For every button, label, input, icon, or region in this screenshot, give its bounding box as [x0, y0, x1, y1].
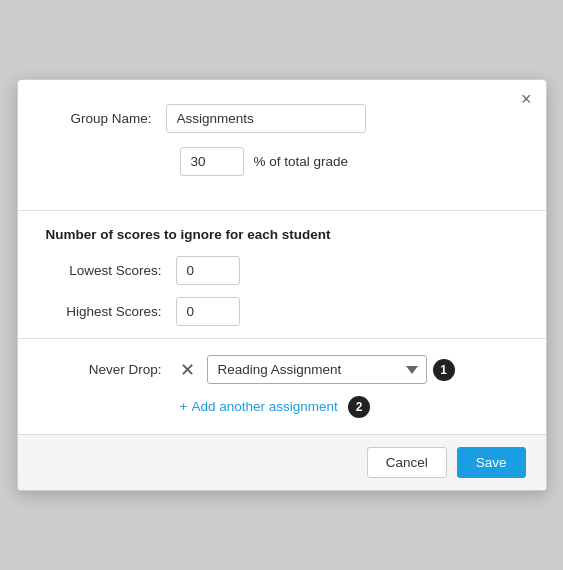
scores-section-title: Number of scores to ignore for each stud… — [46, 227, 518, 242]
percent-input[interactable] — [180, 147, 244, 176]
group-name-row: Group Name: — [46, 104, 518, 133]
percent-row: % of total grade — [46, 147, 518, 176]
scores-section: Number of scores to ignore for each stud… — [18, 227, 546, 326]
highest-scores-row: Highest Scores: — [46, 297, 518, 326]
add-assignment-link[interactable]: + Add another assignment — [180, 399, 338, 414]
add-assignment-badge: 2 — [348, 396, 370, 418]
cancel-button[interactable]: Cancel — [367, 447, 447, 478]
never-drop-badge: 1 — [433, 359, 455, 381]
never-drop-label: Never Drop: — [46, 362, 176, 377]
close-button[interactable]: × — [521, 90, 532, 108]
lowest-scores-label: Lowest Scores: — [46, 263, 176, 278]
close-icon: ✕ — [180, 359, 195, 381]
never-drop-row: Never Drop: ✕ Reading Assignment Other A… — [46, 355, 518, 384]
never-drop-section: Never Drop: ✕ Reading Assignment Other A… — [18, 355, 546, 418]
dialog: × Group Name: % of total grade Number of… — [17, 79, 547, 491]
lowest-scores-input[interactable] — [176, 256, 240, 285]
highest-scores-input[interactable] — [176, 297, 240, 326]
lowest-scores-row: Lowest Scores: — [46, 256, 518, 285]
highest-scores-label: Highest Scores: — [46, 304, 176, 319]
assignment-select[interactable]: Reading Assignment Other Assignment — [207, 355, 427, 384]
add-assignment-row: + Add another assignment 2 — [46, 396, 518, 418]
group-name-input[interactable] — [166, 104, 366, 133]
remove-assignment-button[interactable]: ✕ — [176, 359, 199, 381]
group-name-label: Group Name: — [46, 111, 166, 126]
percent-label: % of total grade — [254, 154, 349, 169]
dialog-footer: Cancel Save — [18, 434, 546, 490]
add-assignment-label: Add another assignment — [191, 399, 337, 414]
assignment-select-wrapper: Reading Assignment Other Assignment — [207, 355, 427, 384]
plus-icon: + — [180, 399, 188, 414]
save-button[interactable]: Save — [457, 447, 526, 478]
